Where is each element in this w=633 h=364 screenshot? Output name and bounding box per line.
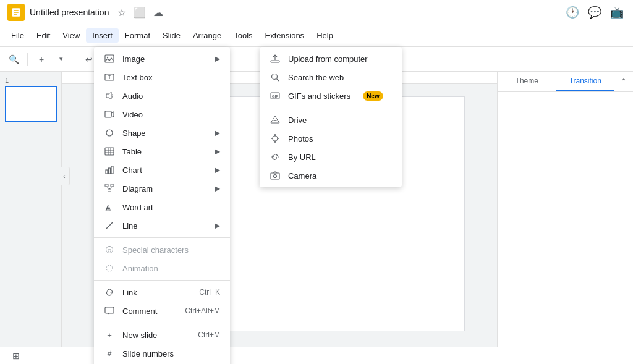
svg-rect-1 (14, 10, 19, 11)
link-icon (104, 287, 115, 298)
divider-3 (94, 323, 230, 323)
app-icon (7, 4, 25, 21)
insert-table-label: Table (122, 147, 142, 156)
svg-rect-3 (14, 14, 17, 15)
gif-icon: GIF (270, 90, 281, 101)
insert-comment[interactable]: Comment Ctrl+Alt+M (94, 302, 230, 320)
drive-icon (270, 114, 281, 125)
svg-rect-31 (105, 307, 114, 313)
folder-icon[interactable]: ⬜ (134, 7, 146, 19)
line-arrow: ▶ (215, 221, 220, 230)
image-gifs[interactable]: GIF GIFs and stickers New (260, 87, 402, 105)
menu-insert[interactable]: Insert (86, 28, 119, 43)
video-icon (104, 109, 115, 120)
image-upload[interactable]: Upload from computer (260, 49, 402, 68)
right-panel-options[interactable]: ⌃ (614, 72, 633, 91)
animation-icon (104, 263, 115, 274)
diagram-arrow: ▶ (215, 184, 220, 193)
menu-slide[interactable]: Slide (156, 28, 187, 43)
image-drive[interactable]: Drive (260, 111, 402, 129)
svg-rect-22 (111, 184, 114, 187)
image-by-url[interactable]: By URL (260, 148, 402, 166)
menu-bar: File Edit View Insert Format Slide Arran… (0, 25, 633, 47)
diagram-icon (104, 183, 115, 194)
svg-rect-19 (109, 168, 111, 174)
slide-numbers-icon: # (104, 348, 115, 359)
insert-table[interactable]: Table ▶ (94, 142, 230, 161)
insert-image[interactable]: Image ▶ (94, 49, 230, 68)
insert-slide-numbers-label: Slide numbers (122, 349, 174, 358)
insert-line[interactable]: Line ▶ (94, 216, 230, 235)
menu-view[interactable]: View (56, 28, 86, 43)
image-search-web-label: Search the web (288, 73, 344, 82)
link-shortcut: Ctrl+K (199, 288, 220, 297)
image-photos[interactable]: Photos (260, 129, 402, 148)
image-upload-label: Upload from computer (288, 54, 368, 64)
history-icon[interactable]: 🕐 (564, 4, 581, 21)
svg-text:GIF: GIF (272, 95, 278, 98)
insert-animation: Animation (94, 259, 230, 277)
zoom-in-icon[interactable]: + (33, 51, 50, 68)
menu-edit[interactable]: Edit (30, 28, 56, 43)
insert-new-slide[interactable]: + New slide Ctrl+M (94, 326, 230, 344)
image-drive-label: Drive (288, 116, 307, 125)
insert-textbox[interactable]: Text box (94, 68, 230, 87)
chart-icon (104, 164, 115, 176)
insert-shape[interactable]: Shape ▶ (94, 124, 230, 142)
collapse-panel-button[interactable]: ‹ (59, 167, 70, 185)
svg-rect-21 (105, 184, 108, 187)
image-submenu-dropdown: Upload from computer Search the web GIF … (260, 47, 402, 187)
svg-line-36 (277, 79, 279, 82)
star-icon[interactable]: ☆ (117, 7, 126, 19)
svg-text:Ω: Ω (108, 248, 111, 253)
image-by-url-label: By URL (288, 153, 316, 162)
svg-rect-46 (271, 173, 279, 179)
insert-new-slide-label: New slide (122, 331, 157, 340)
insert-word-art[interactable]: A Word art (94, 198, 230, 216)
table-icon (104, 146, 115, 157)
image-camera-label: Camera (288, 171, 316, 180)
slide-thumbnail[interactable] (5, 86, 57, 122)
menu-tools[interactable]: Tools (227, 28, 258, 43)
image-camera[interactable]: Camera (260, 166, 402, 185)
insert-audio[interactable]: Audio (94, 87, 230, 105)
svg-point-35 (272, 74, 278, 80)
insert-slide-numbers[interactable]: # Slide numbers (94, 344, 230, 363)
upload-icon (270, 53, 281, 64)
menu-arrange[interactable]: Arrange (187, 28, 227, 43)
present-icon[interactable]: 📺 (608, 4, 626, 21)
insert-chart[interactable]: Chart ▶ (94, 161, 230, 179)
cloud-icon[interactable]: ☁ (153, 7, 163, 19)
insert-diagram[interactable]: Diagram ▶ (94, 179, 230, 198)
word-art-icon: A (104, 201, 115, 213)
tab-transition[interactable]: Transition (556, 72, 615, 91)
svg-point-41 (273, 136, 278, 141)
toolbar-separator-2 (75, 53, 75, 66)
new-slide-icon: + (104, 329, 115, 341)
insert-menu-dropdown: Image ▶ Text box Audio Video Shape ▶ Tab… (94, 47, 230, 364)
table-arrow: ▶ (215, 147, 220, 156)
zoom-dropdown[interactable]: ▾ (53, 51, 70, 68)
insert-video[interactable]: Video (94, 105, 230, 124)
svg-rect-33 (271, 61, 279, 62)
svg-rect-18 (106, 170, 108, 174)
right-tabs: Theme Transition ⌃ (498, 72, 633, 92)
svg-text:A: A (106, 204, 111, 211)
svg-line-25 (109, 187, 113, 189)
new-badge: New (363, 91, 383, 101)
menu-format[interactable]: Format (119, 28, 156, 43)
insert-link[interactable]: Link Ctrl+K (94, 283, 230, 302)
photos-icon (270, 133, 281, 144)
tab-theme[interactable]: Theme (498, 72, 556, 91)
search-icon[interactable]: 🔍 (5, 51, 22, 68)
menu-extensions[interactable]: Extensions (259, 28, 311, 43)
image-search-web[interactable]: Search the web (260, 68, 402, 87)
svg-rect-4 (105, 55, 114, 62)
grid-view-button[interactable]: ⊞ (7, 347, 25, 365)
menu-help[interactable]: Help (310, 28, 339, 43)
svg-rect-23 (108, 189, 111, 192)
comment-icon[interactable]: 💬 (586, 4, 603, 21)
svg-marker-9 (106, 92, 111, 99)
menu-file[interactable]: File (5, 28, 30, 43)
insert-video-label: Video (122, 110, 143, 119)
